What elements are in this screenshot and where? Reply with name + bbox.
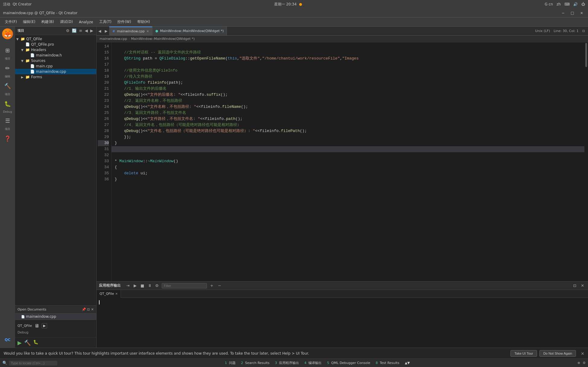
open-doc-mainwindow-cpp[interactable]: 📄 mainwindow.cpp [15,314,96,320]
project-icon: ⊞ [2,44,14,56]
tree-item-pro[interactable]: ▶ 📄 QT_QFile.pro [15,42,96,47]
editor-scrollbar[interactable] [584,42,588,281]
menu-edit[interactable]: 编辑(E) [21,18,38,25]
do-not-show-again-button[interactable]: Do Not Show Again [539,350,576,357]
more-icon[interactable]: ≡ [78,28,83,34]
tree-item-root[interactable]: ▼ 📁 QT_QFile [15,36,96,42]
run-button[interactable]: ▶ [17,340,22,346]
bottom-tab-issues[interactable]: 1 问题 [222,360,238,366]
output-filter-input[interactable] [162,283,207,288]
tab-status-right: Unix (LF) Line: 30, Col: 1 ⊡ [532,29,588,33]
output-step-icon[interactable]: ⇥ [125,283,131,289]
system-bar-right: G cn zh ⌨ 🔊 ⏻ [545,2,585,6]
output-float-icon[interactable]: ⊡ [572,283,578,289]
output-remove-icon[interactable]: − [217,283,223,289]
tab-nav-fwd[interactable]: ▶ [103,29,109,33]
tree-item-sources[interactable]: ▼ 📁 Sources [15,58,96,63]
tree-item-headers[interactable]: ▼ 📁 Headers [15,47,96,53]
sidebar-item-project[interactable]: ⊞ 项目 [2,44,14,61]
minimize-button[interactable]: − [560,10,567,16]
maximize-button[interactable]: □ [569,10,576,16]
menu-tools[interactable]: 工具(T) [97,18,114,25]
menu-bar: 文件(F) 编辑(E) 构建(B) 调试(D) Analyze 工具(T) 控件… [0,18,588,27]
tree-item-forms[interactable]: ▶ 📁 Forms [15,74,96,80]
menu-help[interactable]: 帮助(H) [135,18,152,25]
filter-icon[interactable]: ⚙ [65,28,70,34]
menu-controls[interactable]: 控件(W) [115,18,133,25]
output-pause-icon[interactable]: ⏸ [147,283,153,289]
locate-input[interactable] [9,361,57,365]
tab-mainwindow-cpp[interactable]: # mainwindow.cpp ✕ [109,27,152,36]
keyboard-icon[interactable]: ⌨ [564,2,570,6]
bottom-tab-test-results[interactable]: 8 Test Results [373,360,402,365]
test-count: 8 [376,361,378,365]
sync-icon[interactable]: 🔄 [71,28,77,34]
lang1-label[interactable]: G cn [545,2,553,6]
sidebar-item-help[interactable]: ❓ [2,132,14,144]
code-content[interactable]: //文件对话框 -- 返回选中文件的文件路径 QString path = QF… [112,42,584,281]
bottom-zoom-icon[interactable]: ⊕ [577,361,580,365]
tasks-icon: ☰ [2,114,14,127]
bottom-tab-arrow[interactable]: ▲▼ [402,360,412,365]
sidebar-item-tasks[interactable]: ☰ 项目 [2,114,14,131]
volume-icon[interactable]: 🔊 [573,2,578,6]
sidebar-run-panel: ▶ 🔨 🐛 [15,337,96,348]
bottom-tab-app-output[interactable]: 3 应用程序输出 [272,360,301,366]
help-icon: ❓ [2,132,14,144]
output-content[interactable] [97,298,588,348]
output-add-icon[interactable]: + [209,283,215,289]
sidebar-project-label: QT_QFile [17,324,32,328]
bottom-tab-search-results[interactable]: 2 Search Results [239,360,272,365]
nav-fwd-icon[interactable]: ▶ [90,28,94,34]
build-button[interactable]: 🔨 [24,340,31,346]
menu-analyze[interactable]: Analyze [76,19,95,25]
sidebar-debug-btn[interactable]: ▶ [42,323,47,328]
scrollbar-thumb[interactable] [585,43,587,67]
bottom-tab-qml-debugger[interactable]: 5 QML Debugger Console [325,360,373,365]
sidebar-item-qc[interactable]: QC [2,334,14,346]
sidebar-item-edit[interactable]: ✏ 编辑 [2,62,14,79]
tree-item-mainwindow-h[interactable]: ▶ 📄 mainwindow.h [15,53,96,58]
menu-debug[interactable]: 调试(D) [58,18,75,25]
output-stop-icon[interactable]: ■ [139,283,145,289]
activities-label[interactable]: 活动 [3,2,10,7]
power-icon[interactable]: ⏻ [581,2,585,6]
compile-output-label: 编译输出 [308,361,322,365]
take-ui-tour-button[interactable]: Take UI Tour [510,350,537,357]
open-docs-header: Open Documents 📌 ⊡ ✕ [15,306,96,314]
tree-item-main-cpp[interactable]: ▶ 📄 main.cpp [15,63,96,69]
sidebar-item-debug[interactable]: 🐛 Debug [2,98,14,113]
bottom-tab-compile-output[interactable]: 4 编译输出 [302,360,324,366]
tab-nav-back[interactable]: ◀ [97,29,103,33]
tree-label-root: QT_QFile [26,37,42,41]
bottom-tabs: 1 问题 2 Search Results 3 应用程序输出 4 编译输出 5 … [222,360,412,366]
output-tab-qtqfile[interactable]: QT_QFile ✕ [97,290,121,298]
tab-function[interactable]: ● MainWindow::MainWindow(QWidget *) [152,27,227,36]
tree-item-mainwindow-cpp[interactable]: ▶ 📄 mainwindow.cpp [15,69,96,74]
output-settings-icon[interactable]: ⚙ [154,283,160,289]
tree-label-sources: Sources [31,59,45,63]
tree-label-headers: Headers [31,48,46,52]
open-docs-expand-icon[interactable]: ⊡ [87,307,90,311]
tab-close-mainwindow[interactable]: ✕ [146,30,149,33]
sidebar-item-build[interactable]: 🔨 项目 [2,80,14,96]
close-button[interactable]: × [578,10,585,16]
firefox-activity[interactable]: 🦊 [2,28,13,39]
expand-icon[interactable]: ⊡ [582,29,585,33]
open-docs-pin-icon[interactable]: 📌 [82,307,86,311]
bottom-settings-icon[interactable]: ⚙ [583,361,586,365]
notification-close-button[interactable]: × [581,351,584,356]
nav-back-icon[interactable]: ◀ [84,28,88,34]
tab-bar: ◀ ▶ # mainwindow.cpp ✕ ● MainWindow::Mai… [97,27,588,36]
output-close-panel-icon[interactable]: ✕ [580,283,586,289]
menu-build[interactable]: 构建(B) [39,18,56,25]
output-run-icon[interactable]: ▶ [132,283,138,289]
code-editor[interactable]: 14 15 16 17 18 19 20 21 22 23 24 25 26 2… [97,42,588,281]
lang2-label[interactable]: zh [557,2,561,6]
debug-run-button[interactable]: 🐛 [33,340,38,346]
output-tab-close[interactable]: ✕ [115,292,118,295]
menu-file[interactable]: 文件(F) [2,18,19,25]
system-time: 星期一 20:34 ● [274,2,302,7]
open-docs-close-icon[interactable]: ✕ [91,307,94,311]
sidebar-debug-panel: QT_QFile 🖥 ▶ Debug [15,320,96,337]
